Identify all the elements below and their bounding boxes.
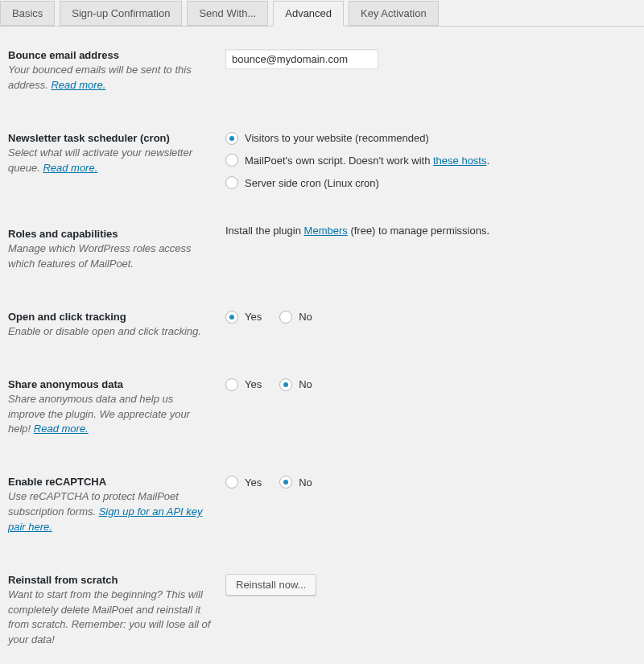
radio-icon — [225, 154, 238, 167]
radio-icon — [225, 311, 238, 324]
radio-icon — [279, 476, 292, 489]
radio-icon — [225, 378, 238, 391]
cron-hosts-link[interactable]: these hosts — [433, 155, 487, 167]
radio-icon — [225, 176, 238, 189]
recaptcha-yes[interactable]: Yes — [225, 476, 262, 489]
bounce-desc: Your bounced emails will be sent to this… — [8, 63, 211, 93]
tab-basics[interactable]: Basics — [0, 1, 55, 26]
tracking-no[interactable]: No — [279, 311, 312, 324]
tracking-no-label: No — [299, 311, 312, 323]
tab-signup-confirmation[interactable]: Sign-up Confirmation — [60, 1, 182, 26]
field-roles: Roles and capabilities Manage which Word… — [8, 228, 636, 272]
tabs-nav: Basics Sign-up Confirmation Send With...… — [0, 0, 644, 27]
recaptcha-title: Enable reCAPTCHA — [8, 476, 211, 488]
anon-yes-label: Yes — [245, 378, 262, 390]
tracking-yes[interactable]: Yes — [225, 311, 262, 324]
radio-icon — [279, 311, 292, 324]
cron-option-visitors[interactable]: Visitors to your website (recommended) — [225, 132, 636, 145]
reinstall-button[interactable]: Reinstall now... — [225, 574, 316, 596]
reinstall-desc: Want to start from the beginning? This w… — [8, 588, 211, 648]
members-plugin-link[interactable]: Members — [304, 225, 348, 237]
roles-desc: Manage which WordPress roles access whic… — [8, 241, 211, 272]
cron-desc: Select what will activate your newslette… — [8, 146, 211, 176]
anon-desc: Share anonymous data and help us improve… — [8, 392, 211, 438]
cron-option-server-label: Server side cron (Linux cron) — [245, 177, 379, 189]
anon-yes[interactable]: Yes — [225, 378, 262, 391]
recaptcha-desc: Use reCAPTCHA to protect MailPoet subscr… — [8, 489, 211, 535]
anon-no-label: No — [299, 378, 312, 390]
tab-advanced[interactable]: Advanced — [273, 1, 344, 27]
roles-title: Roles and capabilities — [8, 228, 211, 240]
cron-option-visitors-label: Visitors to your website (recommended) — [245, 132, 429, 144]
tab-send-with[interactable]: Send With... — [187, 1, 268, 26]
anon-title: Share anonymous data — [8, 378, 211, 390]
radio-icon — [225, 476, 238, 489]
field-anonymous-data: Share anonymous data Share anonymous dat… — [8, 378, 636, 438]
cron-readmore-link[interactable]: Read more. — [43, 162, 97, 174]
recaptcha-no[interactable]: No — [279, 476, 312, 489]
recaptcha-no-label: No — [299, 476, 312, 489]
reinstall-title: Reinstall from scratch — [8, 574, 211, 586]
field-cron: Newsletter task scheduler (cron) Select … — [8, 132, 636, 190]
field-recaptcha: Enable reCAPTCHA Use reCAPTCHA to protec… — [8, 476, 636, 535]
recaptcha-yes-label: Yes — [245, 476, 262, 489]
tracking-desc: Enable or disable open and click trackin… — [8, 324, 211, 340]
radio-icon — [279, 378, 292, 391]
cron-option-server-side[interactable]: Server side cron (Linux cron) — [225, 176, 636, 189]
bounce-readmore-link[interactable]: Read more. — [51, 79, 105, 91]
roles-help-text: Install the plugin Members (free) to man… — [225, 225, 489, 237]
field-tracking: Open and click tracking Enable or disabl… — [8, 311, 636, 340]
field-reinstall: Reinstall from scratch Want to start fro… — [8, 574, 636, 648]
advanced-content: Bounce email address Your bounced emails… — [0, 27, 644, 664]
tracking-title: Open and click tracking — [8, 311, 211, 323]
cron-option-mailpoet-label: MailPoet's own script. Doesn't work with… — [245, 153, 489, 169]
cron-option-mailpoet-script[interactable]: MailPoet's own script. Doesn't work with… — [225, 153, 636, 169]
anon-no[interactable]: No — [279, 378, 312, 391]
bounce-email-input[interactable] — [225, 49, 378, 69]
tab-key-activation[interactable]: Key Activation — [349, 1, 439, 26]
cron-desc-text: Select what will activate your newslette… — [8, 146, 192, 174]
cron-title: Newsletter task scheduler (cron) — [8, 132, 211, 144]
tracking-yes-label: Yes — [245, 311, 262, 323]
radio-icon — [225, 132, 238, 145]
bounce-title: Bounce email address — [8, 49, 211, 61]
anon-readmore-link[interactable]: Read more. — [34, 423, 89, 435]
field-bounce-email: Bounce email address Your bounced emails… — [8, 49, 636, 93]
